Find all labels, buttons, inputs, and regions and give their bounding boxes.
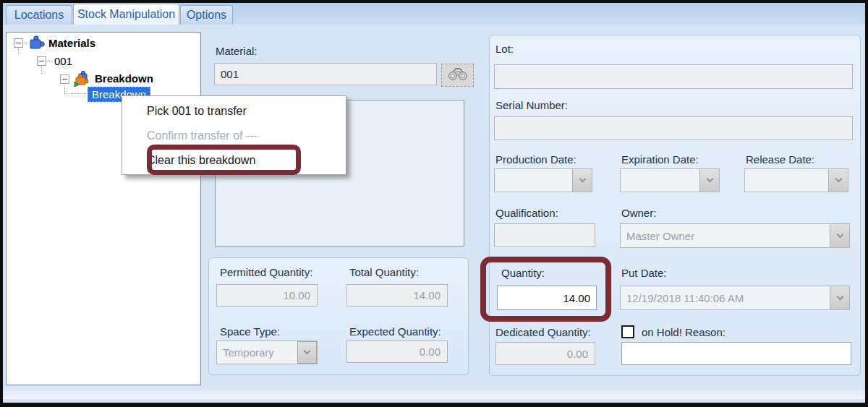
puzzle-piece-icon bbox=[28, 34, 46, 54]
hold-reason-input[interactable] bbox=[621, 342, 851, 365]
dedicated-quantity-label: Dedicated Quantity: bbox=[495, 326, 591, 338]
chevron-down-icon bbox=[836, 293, 843, 300]
materials-tree-panel: Materials 001 Breakdown bbox=[6, 32, 201, 385]
space-type-dropdown-button[interactable] bbox=[297, 341, 317, 364]
application-window: Locations Stock Manipulation Options Mat… bbox=[0, 0, 868, 407]
release-date-combo[interactable] bbox=[744, 168, 848, 192]
menu-item-confirm-transfer: Confirm transfer of --- bbox=[122, 124, 346, 148]
tab-locations[interactable]: Locations bbox=[6, 5, 72, 25]
collapse-icon[interactable] bbox=[14, 38, 23, 48]
material-field[interactable]: 001 bbox=[214, 63, 437, 85]
space-type-value: Temporary bbox=[217, 341, 297, 364]
production-date-value bbox=[495, 169, 572, 192]
space-quantities-group: Permitted Quantity: 10.00 Total Quantity… bbox=[208, 257, 469, 375]
total-quantity-field[interactable]: 14.00 bbox=[346, 284, 448, 307]
chevron-down-icon bbox=[304, 348, 311, 355]
expiration-date-value bbox=[621, 169, 699, 192]
owner-value: Master Owner bbox=[621, 224, 830, 247]
expected-quantity-field[interactable]: 0.00 bbox=[346, 340, 448, 363]
tree-node-materials[interactable]: Materials bbox=[48, 37, 95, 49]
tree-connector bbox=[64, 93, 86, 94]
lot-field[interactable] bbox=[494, 64, 853, 89]
status-strip bbox=[3, 390, 865, 399]
serial-number-field[interactable] bbox=[494, 116, 853, 140]
quantity-label: Quantity: bbox=[501, 267, 545, 279]
collapse-icon[interactable] bbox=[60, 74, 69, 84]
owner-label: Owner: bbox=[621, 207, 656, 219]
tree-connector bbox=[18, 48, 19, 56]
chevron-down-icon bbox=[835, 176, 842, 183]
tab-locations-label: Locations bbox=[14, 9, 64, 22]
production-date-combo[interactable] bbox=[494, 168, 592, 192]
qualification-label: Qualification: bbox=[495, 207, 558, 219]
tree-node-breakdown[interactable]: Breakdown bbox=[95, 72, 153, 85]
chevron-down-icon bbox=[706, 176, 713, 183]
production-date-dropdown-button[interactable] bbox=[572, 169, 592, 192]
material-label: Material: bbox=[216, 45, 258, 57]
chevron-down-icon bbox=[836, 231, 843, 238]
tree-connector bbox=[64, 85, 65, 93]
expiration-date-label: Expiration Date: bbox=[621, 153, 699, 166]
release-date-value bbox=[745, 169, 828, 192]
owner-dropdown-button[interactable] bbox=[830, 224, 849, 247]
tree-connector bbox=[41, 67, 42, 74]
on-hold-reason-label: on Hold! Reason: bbox=[642, 326, 726, 338]
tab-stock-manipulation-label: Stock Manipulation bbox=[77, 8, 175, 21]
tab-stock-manipulation[interactable]: Stock Manipulation bbox=[73, 4, 179, 25]
qualification-field[interactable] bbox=[494, 223, 595, 247]
tab-options-label: Options bbox=[187, 9, 226, 22]
binoculars-icon bbox=[447, 67, 469, 84]
menu-item-pick-to-transfer[interactable]: Pick 001 to transfer bbox=[122, 99, 346, 124]
production-date-label: Production Date: bbox=[495, 153, 576, 166]
material-lookup-button[interactable] bbox=[441, 64, 474, 87]
put-date-value: 12/19/2018 11:40:06 AM bbox=[621, 286, 830, 309]
space-type-combo[interactable]: Temporary bbox=[216, 340, 318, 364]
tab-options[interactable]: Options bbox=[180, 5, 233, 25]
serial-number-label: Serial Number: bbox=[495, 99, 568, 111]
context-menu: Pick 001 to transfer Confirm transfer of… bbox=[122, 95, 346, 175]
tree-connector bbox=[47, 61, 53, 61]
space-type-label: Space Type: bbox=[220, 325, 280, 338]
lot-details-group: Lot: Serial Number: Production Date: Exp… bbox=[489, 35, 861, 376]
total-quantity-label: Total Quantity: bbox=[349, 266, 419, 278]
permitted-quantity-label: Permitted Quantity: bbox=[220, 266, 312, 278]
chevron-down-icon bbox=[579, 176, 586, 183]
owner-combo[interactable]: Master Owner bbox=[620, 223, 850, 248]
expiration-date-dropdown-button[interactable] bbox=[699, 169, 719, 192]
menu-item-clear-breakdown[interactable]: Clear this breakdown bbox=[122, 148, 346, 173]
tab-bar: Locations Stock Manipulation Options bbox=[3, 3, 865, 25]
put-date-label: Put Date: bbox=[621, 267, 667, 279]
stock-manipulation-page: Locations Stock Manipulation Options Mat… bbox=[3, 3, 865, 403]
lot-label: Lot: bbox=[495, 43, 514, 55]
release-date-label: Release Date: bbox=[746, 153, 814, 166]
put-date-dropdown-button[interactable] bbox=[830, 286, 849, 309]
put-date-combo[interactable]: 12/19/2018 11:40:06 AM bbox=[620, 286, 850, 310]
on-hold-checkbox[interactable] bbox=[621, 325, 634, 338]
dedicated-quantity-field[interactable]: 0.00 bbox=[495, 342, 595, 365]
collapse-icon[interactable] bbox=[37, 56, 46, 66]
expiration-date-combo[interactable] bbox=[620, 168, 720, 192]
expected-quantity-label: Expected Quantity: bbox=[349, 325, 441, 338]
quantity-input[interactable] bbox=[497, 286, 597, 310]
release-date-dropdown-button[interactable] bbox=[828, 169, 848, 192]
permitted-quantity-field[interactable]: 10.00 bbox=[216, 284, 318, 307]
tree-node-001[interactable]: 001 bbox=[54, 55, 72, 67]
